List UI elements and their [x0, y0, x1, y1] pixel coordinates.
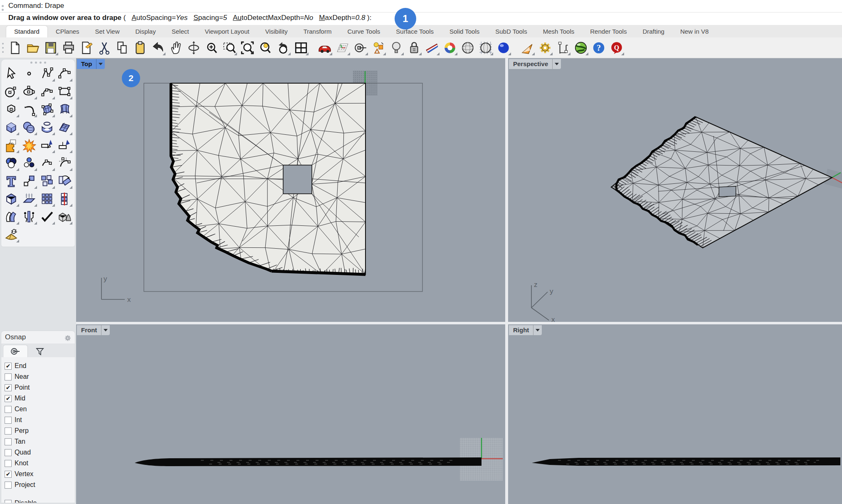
- pointer-tool-icon[interactable]: [2, 64, 20, 82]
- box-tool-icon[interactable]: [2, 118, 20, 136]
- lock-icon[interactable]: [407, 40, 422, 56]
- osnap-checkbox-end[interactable]: ✔: [5, 363, 12, 370]
- surface-curved-tool-icon[interactable]: [56, 100, 73, 118]
- boxedit-tool-icon[interactable]: [2, 190, 20, 208]
- osnap-checkbox-quad[interactable]: [5, 449, 12, 456]
- viewport-top[interactable]: Top yx: [76, 58, 505, 322]
- earth-icon[interactable]: [573, 40, 588, 56]
- undo-view-icon[interactable]: [276, 40, 291, 56]
- draped-mesh-front[interactable]: [135, 457, 481, 466]
- new-file-icon[interactable]: [7, 40, 22, 56]
- osnap-checkbox-disable[interactable]: [5, 500, 12, 504]
- ellipse-tool-icon[interactable]: [20, 82, 38, 100]
- viewport-right-label[interactable]: Right: [509, 325, 542, 335]
- drape-tool-icon[interactable]: [2, 225, 20, 243]
- tab-visibility[interactable]: Visibility: [257, 26, 296, 37]
- save-icon[interactable]: [43, 40, 58, 56]
- viewport-perspective-title[interactable]: Perspective: [509, 59, 552, 69]
- osnap-checkbox-perp[interactable]: [5, 427, 12, 435]
- viewport-perspective-label[interactable]: Perspective: [509, 59, 561, 69]
- zoom-dynamic-icon[interactable]: [204, 40, 219, 56]
- sphere-tool-icon[interactable]: [20, 118, 38, 136]
- rotate-view-icon[interactable]: [186, 40, 201, 56]
- layer-wedge-icon[interactable]: [425, 40, 440, 56]
- selection-filter-icon[interactable]: [371, 40, 386, 56]
- tab-viewport-layout[interactable]: Viewport Layout: [197, 26, 257, 37]
- osnap-checkbox-cen[interactable]: [5, 406, 12, 413]
- zoom-window-icon[interactable]: [222, 40, 237, 56]
- align-tool-icon[interactable]: [20, 208, 38, 225]
- gear-icon[interactable]: [64, 334, 72, 341]
- rotate-tool-icon[interactable]: [56, 172, 73, 190]
- command-bar[interactable]: Command: Drape Drag a window over area t…: [0, 0, 842, 25]
- osnap-checkbox-mid[interactable]: ✔: [5, 395, 12, 402]
- tab-osnap[interactable]: [3, 345, 28, 357]
- top-viewport-canvas[interactable]: yx: [76, 58, 505, 322]
- tab-surface-tools[interactable]: Surface Tools: [388, 26, 442, 37]
- car-icon[interactable]: [317, 40, 332, 56]
- circle-tool-icon[interactable]: [2, 82, 20, 100]
- paste-icon[interactable]: [133, 40, 148, 56]
- cone-icon[interactable]: [520, 40, 535, 56]
- curve-interp-tool-icon[interactable]: [56, 64, 73, 82]
- lightbulb-icon[interactable]: [389, 40, 404, 56]
- chevron-down-icon[interactable]: [96, 59, 105, 69]
- shaded-sphere-icon[interactable]: [460, 40, 475, 56]
- tab-standard[interactable]: Standard: [6, 25, 48, 37]
- point-set-tool-icon[interactable]: [20, 154, 38, 172]
- cplane-icon[interactable]: [335, 40, 350, 56]
- front-viewport-canvas[interactable]: [76, 324, 505, 504]
- draped-mesh-right[interactable]: [532, 457, 840, 466]
- chevron-down-icon[interactable]: [552, 59, 561, 69]
- offset-tool-icon[interactable]: [2, 208, 20, 225]
- viewport-front-title[interactable]: Front: [77, 325, 101, 335]
- tab-select[interactable]: Select: [164, 26, 197, 37]
- arc-tool-icon[interactable]: [38, 82, 56, 100]
- command-option-Spacing[interactable]: Spacing=5: [193, 14, 227, 22]
- polygon-tool-icon[interactable]: [2, 100, 20, 118]
- viewport-top-label[interactable]: Top: [77, 59, 105, 69]
- right-viewport-canvas[interactable]: [508, 324, 842, 504]
- gear-icon[interactable]: [538, 40, 553, 56]
- pan-icon[interactable]: [168, 40, 183, 56]
- tab-selection-filter[interactable]: [28, 345, 52, 357]
- rectangle-tool-icon[interactable]: [56, 82, 73, 100]
- contour-tool-icon[interactable]: [56, 190, 73, 208]
- viewport-right[interactable]: Right: [508, 324, 842, 504]
- osnap-icon[interactable]: [353, 40, 368, 56]
- print-icon[interactable]: [61, 40, 76, 56]
- viewport-divider-vertical[interactable]: [505, 58, 508, 504]
- osnap-checkbox-tan[interactable]: [5, 438, 12, 445]
- copy-icon[interactable]: [115, 40, 130, 56]
- command-option-AutoDetectMaxDepth[interactable]: AutoDetectMaxDepth=No: [233, 14, 313, 22]
- dimension-icon[interactable]: [556, 40, 570, 56]
- patch-tool-icon[interactable]: [56, 118, 73, 136]
- solids-tool-icon[interactable]: [56, 208, 73, 225]
- tab-display[interactable]: Display: [128, 26, 164, 37]
- array-tool-icon[interactable]: [38, 190, 56, 208]
- fillet-tool-icon[interactable]: [20, 100, 38, 118]
- osnap-checkbox-project[interactable]: [5, 482, 12, 489]
- copy-objects-tool-icon[interactable]: [38, 172, 56, 190]
- tab-new-in-v8[interactable]: New in V8: [672, 26, 716, 37]
- split-tool-icon[interactable]: [56, 136, 73, 154]
- osnap-checkbox-vertex[interactable]: ✔: [5, 471, 12, 478]
- tab-cplanes[interactable]: CPlanes: [48, 26, 87, 37]
- tab-curve-tools[interactable]: Curve Tools: [339, 26, 388, 37]
- chevron-down-icon[interactable]: [101, 325, 110, 335]
- viewport-top-title[interactable]: Top: [77, 59, 96, 69]
- puzzle-tool-icon[interactable]: [2, 136, 20, 154]
- revolve-tool-icon[interactable]: [38, 118, 56, 136]
- point-tool-icon[interactable]: [20, 64, 38, 82]
- render-sphere-icon[interactable]: [496, 40, 511, 56]
- mesh-sphere-icon[interactable]: [478, 40, 493, 56]
- viewport-right-title[interactable]: Right: [509, 325, 533, 335]
- trim-tool-icon[interactable]: [38, 136, 56, 154]
- tab-subd-tools[interactable]: SubD Tools: [487, 26, 535, 37]
- draped-mesh-top[interactable]: [171, 81, 365, 274]
- tab-mesh-tools[interactable]: Mesh Tools: [535, 26, 583, 37]
- perspective-viewport-canvas[interactable]: zyx: [508, 58, 842, 322]
- surface-points-tool-icon[interactable]: [38, 100, 56, 118]
- edit-document-icon[interactable]: [79, 40, 94, 56]
- osnap-checkbox-near[interactable]: [5, 373, 12, 380]
